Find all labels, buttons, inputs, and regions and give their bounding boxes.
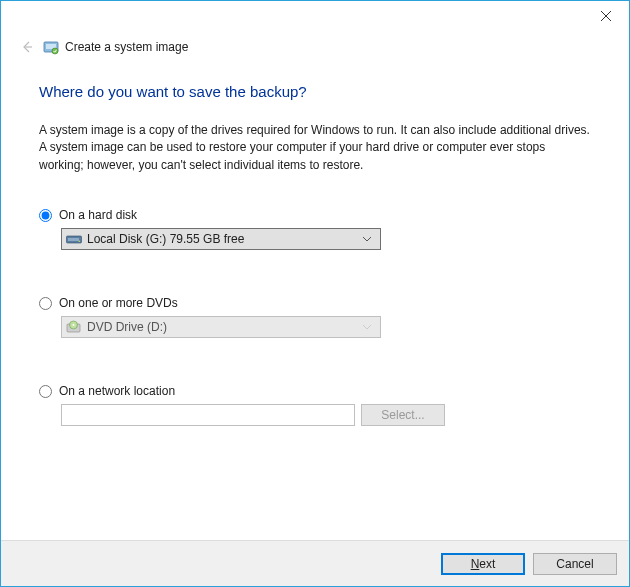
- option-hard-disk: On a hard disk Local Disk (G:) 79.55 GB …: [39, 208, 591, 250]
- wizard-window: Create a system image Where do you want …: [0, 0, 630, 587]
- radio-network[interactable]: On a network location: [39, 384, 591, 398]
- header-title: Create a system image: [65, 40, 188, 54]
- dvd-dropdown: DVD Drive (D:): [61, 316, 381, 338]
- titlebar: [1, 1, 629, 31]
- dvd-dropdown-value: DVD Drive (D:): [87, 320, 167, 334]
- dvd-drive-icon: [66, 321, 82, 333]
- hard-disk-dropdown[interactable]: Local Disk (G:) 79.55 GB free: [61, 228, 381, 250]
- close-button[interactable]: [583, 1, 629, 31]
- radio-hard-disk-input[interactable]: [39, 209, 52, 222]
- close-icon: [601, 11, 611, 21]
- svg-rect-7: [68, 238, 79, 241]
- page-heading: Where do you want to save the backup?: [39, 83, 591, 100]
- select-network-button: Select...: [361, 404, 445, 426]
- footer: Next Cancel: [1, 540, 629, 586]
- radio-dvd-input[interactable]: [39, 297, 52, 310]
- select-network-button-label: Select...: [381, 408, 424, 422]
- content-area: Where do you want to save the backup? A …: [1, 57, 629, 426]
- svg-point-8: [79, 241, 81, 243]
- radio-network-label: On a network location: [59, 384, 175, 398]
- network-path-input: [61, 404, 355, 426]
- chevron-down-icon: [358, 325, 376, 330]
- hard-disk-dropdown-value: Local Disk (G:) 79.55 GB free: [87, 232, 244, 246]
- radio-dvd[interactable]: On one or more DVDs: [39, 296, 591, 310]
- back-arrow-icon: [19, 39, 35, 55]
- next-button[interactable]: Next: [441, 553, 525, 575]
- back-button[interactable]: [17, 37, 37, 57]
- cancel-button-label: Cancel: [556, 557, 593, 571]
- next-button-rest: ext: [479, 557, 495, 571]
- radio-dvd-label: On one or more DVDs: [59, 296, 178, 310]
- svg-point-11: [73, 324, 75, 326]
- option-network: On a network location Select...: [39, 384, 591, 426]
- system-image-icon: [43, 39, 59, 55]
- cancel-button[interactable]: Cancel: [533, 553, 617, 575]
- hard-drive-icon: [66, 233, 82, 245]
- radio-hard-disk-label: On a hard disk: [59, 208, 137, 222]
- radio-network-input[interactable]: [39, 385, 52, 398]
- svg-point-5: [52, 48, 58, 54]
- header-row: Create a system image: [1, 31, 629, 57]
- description-text: A system image is a copy of the drives r…: [39, 122, 591, 174]
- chevron-down-icon: [358, 237, 376, 242]
- radio-hard-disk[interactable]: On a hard disk: [39, 208, 591, 222]
- option-dvd: On one or more DVDs DVD Drive (D:): [39, 296, 591, 338]
